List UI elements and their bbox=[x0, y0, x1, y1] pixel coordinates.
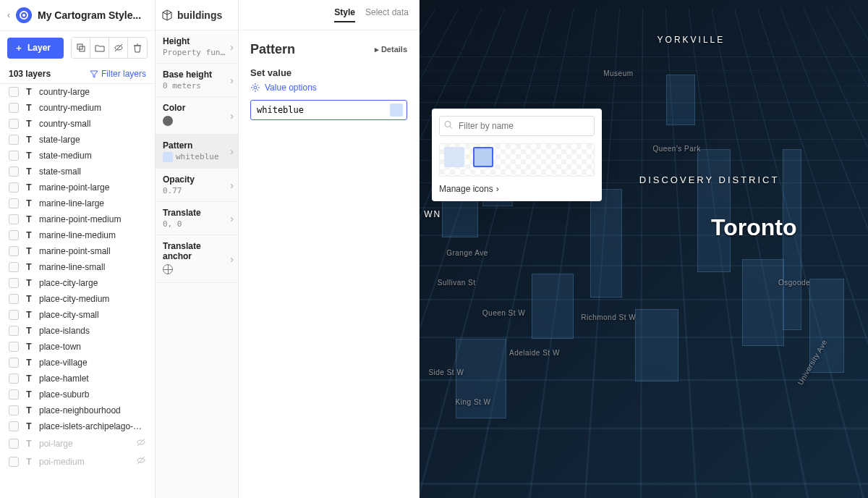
layer-type-icon: T bbox=[25, 246, 33, 256]
layer-checkbox[interactable] bbox=[9, 457, 19, 467]
layer-checkbox[interactable] bbox=[9, 262, 19, 272]
layer-item[interactable]: Tstate-large bbox=[0, 132, 155, 148]
layer-name: marine-line-medium bbox=[39, 230, 146, 240]
value-options-button[interactable]: Value options bbox=[250, 83, 407, 93]
layer-checkbox[interactable] bbox=[9, 103, 19, 113]
layer-type-icon: T bbox=[25, 326, 33, 336]
property-item[interactable]: Translate anchor› bbox=[156, 235, 238, 283]
hide-icon[interactable] bbox=[109, 38, 128, 58]
layer-item[interactable]: Tplace-suburb bbox=[0, 387, 155, 402]
layer-list[interactable]: Tcountry-largeTcountry-mediumTcountry-sm… bbox=[0, 84, 155, 498]
layer-item[interactable]: Tstate-medium bbox=[0, 148, 155, 164]
layer-item[interactable]: Tmarine-point-medium bbox=[0, 211, 155, 227]
pattern-swatch-1[interactable] bbox=[444, 147, 464, 167]
layer-checkbox[interactable] bbox=[9, 439, 19, 449]
style-title[interactable]: My Cartogram Style... bbox=[38, 9, 148, 21]
delete-icon[interactable] bbox=[128, 38, 147, 58]
pattern-swatch-preview bbox=[390, 104, 403, 117]
map-street: King St W bbox=[456, 398, 491, 406]
chevron-right-icon: › bbox=[230, 180, 234, 191]
layer-item[interactable]: Tplace-hamlet bbox=[0, 371, 155, 387]
property-item[interactable]: Translate0, 0› bbox=[156, 202, 238, 235]
layer-item[interactable]: Tcountry-small bbox=[0, 116, 155, 132]
layer-checkbox[interactable] bbox=[9, 166, 19, 177]
layer-item[interactable]: Tplace-city-large bbox=[0, 275, 155, 291]
layer-checkbox[interactable] bbox=[9, 278, 19, 288]
tab-select-data[interactable]: Select data bbox=[365, 7, 409, 22]
layer-item[interactable]: Tmarine-point-small bbox=[0, 243, 155, 259]
cube-icon bbox=[161, 9, 173, 21]
layer-checkbox[interactable] bbox=[9, 135, 19, 145]
layer-item[interactable]: Tmarine-point-large bbox=[0, 180, 155, 195]
layer-checkbox[interactable] bbox=[9, 326, 19, 336]
back-chevron-icon[interactable]: ‹ bbox=[7, 10, 10, 20]
layer-item[interactable]: Tplace-islands bbox=[0, 323, 155, 339]
layer-item[interactable]: Tplace-city-medium bbox=[0, 291, 155, 307]
pattern-filter-input[interactable] bbox=[439, 116, 595, 136]
tab-style[interactable]: Style bbox=[334, 7, 355, 22]
svg-point-8 bbox=[445, 122, 451, 127]
layer-type-icon: T bbox=[25, 230, 33, 240]
map-canvas[interactable]: YORKVILLE Museum Queen's Park DISCOVERY … bbox=[420, 0, 868, 498]
property-item[interactable]: HeightProperty fun…› bbox=[156, 30, 238, 64]
layer-type-icon: T bbox=[25, 182, 33, 193]
layer-checkbox[interactable] bbox=[9, 405, 19, 415]
pattern-swatch bbox=[163, 152, 173, 162]
layer-checkbox[interactable] bbox=[9, 358, 19, 368]
manage-icons-link[interactable]: Manage icons › bbox=[439, 184, 595, 194]
svg-point-7 bbox=[254, 86, 257, 89]
layer-type-icon: T bbox=[25, 103, 33, 113]
layer-item[interactable]: Tpoi-medium bbox=[0, 452, 155, 470]
layer-checkbox[interactable] bbox=[9, 230, 19, 240]
layer-item[interactable]: Tpoi-large bbox=[0, 434, 155, 452]
layer-checkbox[interactable] bbox=[9, 214, 19, 224]
layer-item[interactable]: Tplace-town bbox=[0, 339, 155, 355]
layer-checkbox[interactable] bbox=[9, 87, 19, 97]
layer-checkbox[interactable] bbox=[9, 310, 19, 320]
property-item[interactable]: Color› bbox=[156, 97, 238, 135]
pattern-value-input[interactable] bbox=[250, 100, 407, 120]
layer-item[interactable]: Tplace-city-small bbox=[0, 307, 155, 323]
property-item[interactable]: Patternwhiteblue› bbox=[156, 135, 238, 169]
layer-count: 103 layers bbox=[9, 69, 51, 79]
map-street: Grange Ave bbox=[446, 249, 488, 257]
layer-checkbox[interactable] bbox=[9, 198, 19, 208]
layer-checkbox[interactable] bbox=[9, 374, 19, 384]
layer-actions-group bbox=[71, 37, 148, 59]
layer-checkbox[interactable] bbox=[9, 294, 19, 304]
filter-layers-button[interactable]: Filter layers bbox=[90, 69, 146, 79]
layer-checkbox[interactable] bbox=[9, 246, 19, 256]
layer-name: place-city-medium bbox=[39, 294, 146, 304]
details-toggle[interactable]: ▸ Details bbox=[375, 45, 407, 54]
layer-item[interactable]: Tplace-neighbourhood bbox=[0, 402, 155, 418]
chevron-right-icon: › bbox=[230, 110, 234, 122]
layer-checkbox[interactable] bbox=[9, 342, 19, 352]
layer-item[interactable]: Tmarine-line-small bbox=[0, 259, 155, 275]
layer-type-icon: T bbox=[25, 342, 33, 352]
color-dot bbox=[163, 116, 173, 126]
layer-checkbox[interactable] bbox=[9, 389, 19, 400]
add-layer-button[interactable]: ＋ Layer bbox=[7, 38, 64, 59]
layer-type-icon: T bbox=[25, 294, 33, 304]
add-layer-label: Layer bbox=[27, 43, 51, 53]
duplicate-icon[interactable] bbox=[72, 38, 90, 58]
layer-item[interactable]: Tplace-village bbox=[0, 355, 155, 371]
layer-item[interactable]: Tcountry-large bbox=[0, 84, 155, 100]
layer-item[interactable]: Tmarine-line-medium bbox=[0, 227, 155, 243]
layer-item[interactable]: Tcountry-medium bbox=[0, 100, 155, 116]
layer-checkbox[interactable] bbox=[9, 119, 19, 129]
property-item[interactable]: Base height0 meters› bbox=[156, 64, 238, 97]
layer-item[interactable]: Tstate-small bbox=[0, 164, 155, 180]
layer-item[interactable]: Tmarine-line-large bbox=[0, 195, 155, 211]
layer-item[interactable]: Tplace-islets-archipelago-abor... bbox=[0, 418, 155, 434]
layer-checkbox[interactable] bbox=[9, 182, 19, 193]
folder-icon[interactable] bbox=[90, 38, 109, 58]
pattern-swatch-2-selected[interactable] bbox=[473, 147, 493, 167]
detail-title: Pattern bbox=[250, 42, 295, 57]
layer-checkbox[interactable] bbox=[9, 421, 19, 431]
map-poi: Osgoode bbox=[778, 279, 810, 287]
layer-name: place-city-large bbox=[39, 278, 146, 288]
property-item[interactable]: Opacity0.77› bbox=[156, 169, 238, 202]
layer-checkbox[interactable] bbox=[9, 151, 19, 161]
layer-type-icon: T bbox=[25, 405, 33, 415]
